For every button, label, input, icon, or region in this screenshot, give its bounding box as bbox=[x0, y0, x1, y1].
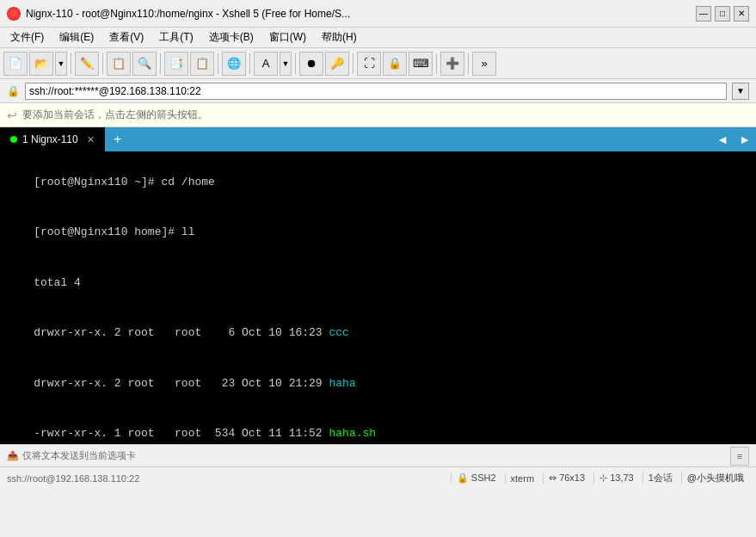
terminal-line-3: total 4 bbox=[7, 257, 749, 308]
connection-status: ssh://root@192.168.138.110:22 bbox=[7, 473, 139, 484]
info-text: 要添加当前会话，点击左侧的箭头按钮。 bbox=[22, 108, 208, 122]
globe-button[interactable]: 🌐 bbox=[222, 52, 246, 76]
menu-bar: 文件(F) 编辑(E) 查看(V) 工具(T) 选项卡(B) 窗口(W) 帮助(… bbox=[0, 28, 756, 48]
term-status: xterm bbox=[505, 473, 540, 484]
send-text: 仅将文本发送到当前选项卡 bbox=[22, 449, 136, 462]
toolbar: 📄 📂 ▼ ✏️ 📋 🔍 📑 📋 🌐 A ▼ ⏺ 🔑 ⛶ 🔒 ⌨ ➕ » bbox=[0, 48, 756, 79]
send-options-button[interactable]: ≡ bbox=[730, 447, 749, 466]
tab-close-button[interactable]: ✕ bbox=[87, 134, 95, 145]
menu-help[interactable]: 帮助(H) bbox=[315, 28, 364, 46]
protocol-status: 🔒 SSH2 bbox=[451, 472, 501, 484]
watermark-text: @小头摸机哦 bbox=[681, 472, 749, 485]
new-session-button[interactable]: 📄 bbox=[3, 52, 28, 76]
open-button[interactable]: 📂 bbox=[29, 52, 53, 76]
send-bar: 📤 仅将文本发送到当前选项卡 ≡ bbox=[0, 444, 756, 466]
terminal-line-1: [root@Nginx110 ~]# cd /home bbox=[7, 157, 749, 207]
info-bar: ↩ 要添加当前会话，点击左侧的箭头按钮。 bbox=[0, 103, 756, 127]
separator-2 bbox=[102, 53, 103, 74]
menu-window[interactable]: 窗口(W) bbox=[262, 28, 313, 46]
close-button[interactable]: ✕ bbox=[734, 6, 749, 22]
terminal-line-5: drwxr-xr-x. 2 root root 23 Oct 10 21:29 … bbox=[7, 358, 749, 409]
plus-button[interactable]: ➕ bbox=[440, 52, 464, 76]
send-icon: 📤 bbox=[7, 450, 19, 461]
separator-1 bbox=[71, 53, 71, 74]
app-icon bbox=[7, 7, 21, 21]
tab-nav-left[interactable]: ◄ bbox=[711, 127, 734, 151]
menu-tab[interactable]: 选项卡(B) bbox=[202, 28, 261, 46]
terminal-line-2: [root@Nginx110 home]# ll bbox=[7, 207, 749, 258]
terminal[interactable]: [root@Nginx110 ~]# cd /home [root@Nginx1… bbox=[0, 151, 756, 444]
tab-status-dot bbox=[10, 136, 17, 143]
separator-5 bbox=[249, 53, 250, 74]
minimize-button[interactable]: — bbox=[696, 6, 711, 22]
menu-tools[interactable]: 工具(T) bbox=[152, 28, 200, 46]
pos-status: ⊹ 13,73 bbox=[593, 472, 639, 484]
record-button[interactable]: ⏺ bbox=[299, 52, 323, 76]
status-bar: ssh://root@192.168.138.110:22 🔒 SSH2 xte… bbox=[0, 466, 756, 489]
title-bar: Nignx-110 - root@Nginx110:/home/nginx - … bbox=[0, 0, 756, 28]
open-dropdown[interactable]: ▼ bbox=[55, 52, 67, 76]
lock-icon: 🔒 bbox=[7, 85, 20, 97]
tab-nav-right[interactable]: ► bbox=[734, 127, 756, 151]
paste-button[interactable]: 📋 bbox=[190, 52, 214, 76]
arrow-icon: ↩ bbox=[7, 108, 17, 122]
keyboard-button[interactable]: ⌨ bbox=[409, 52, 433, 76]
fullscreen-button[interactable]: ⛶ bbox=[357, 52, 381, 76]
key-button[interactable]: 🔑 bbox=[325, 52, 349, 76]
separator-9 bbox=[468, 53, 469, 74]
size-status: ⇔ 76x13 bbox=[543, 472, 590, 484]
font-button[interactable]: A bbox=[254, 52, 278, 76]
tab-spacer bbox=[130, 127, 712, 151]
separator-7 bbox=[353, 53, 353, 74]
pos-icon: ⊹ bbox=[599, 472, 607, 483]
separator-8 bbox=[436, 53, 437, 74]
lock-button[interactable]: 🔒 bbox=[383, 52, 407, 76]
address-bar: 🔒 ▼ bbox=[0, 79, 756, 103]
address-input[interactable] bbox=[25, 83, 727, 100]
more-button[interactable]: » bbox=[472, 52, 496, 76]
window-controls: — □ ✕ bbox=[696, 6, 749, 22]
sessions-status: 1会话 bbox=[642, 472, 678, 485]
new-tab-button[interactable]: + bbox=[106, 127, 130, 151]
edit-button[interactable]: ✏️ bbox=[75, 52, 99, 76]
menu-view[interactable]: 查看(V) bbox=[102, 28, 151, 46]
separator-4 bbox=[218, 53, 218, 74]
address-dropdown[interactable]: ▼ bbox=[732, 83, 749, 100]
lock-small-icon: 🔒 bbox=[457, 472, 469, 483]
resize-icon: ⇔ bbox=[549, 472, 556, 483]
menu-file[interactable]: 文件(F) bbox=[3, 28, 51, 46]
terminal-line-6: -rwxr-xr-x. 1 root root 534 Oct 11 11:52… bbox=[7, 409, 749, 445]
search-button[interactable]: 🔍 bbox=[132, 52, 157, 76]
copy-button[interactable]: 📑 bbox=[164, 52, 188, 76]
tab-nignx-110[interactable]: 1 Nignx-110 ✕ bbox=[0, 127, 106, 151]
font-dropdown[interactable]: ▼ bbox=[280, 52, 292, 76]
maximize-button[interactable]: □ bbox=[715, 6, 730, 22]
tab-label: 1 Nignx-110 bbox=[22, 133, 78, 145]
window-title: Nignx-110 - root@Nginx110:/home/nginx - … bbox=[26, 8, 691, 20]
separator-6 bbox=[295, 53, 296, 74]
separator-3 bbox=[160, 53, 161, 74]
terminal-line-4: drwxr-xr-x. 2 root root 6 Oct 10 16:23 c… bbox=[7, 308, 749, 359]
compose-button[interactable]: 📋 bbox=[107, 52, 131, 76]
menu-edit[interactable]: 编辑(E) bbox=[52, 28, 101, 46]
tab-bar: 1 Nignx-110 ✕ + ◄ ► bbox=[0, 127, 756, 151]
